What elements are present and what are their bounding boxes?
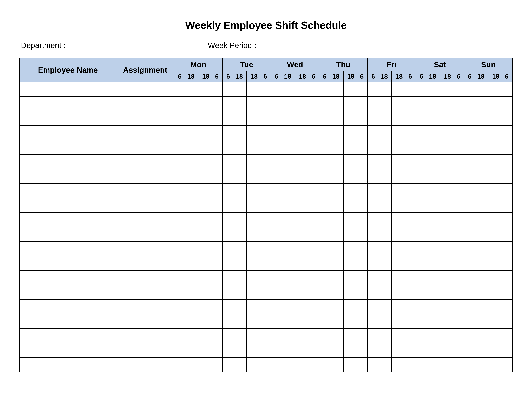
shift-cell[interactable] xyxy=(198,256,222,271)
shift-cell[interactable] xyxy=(440,343,464,357)
shift-cell[interactable] xyxy=(319,328,343,343)
shift-cell[interactable] xyxy=(271,242,295,256)
shift-cell[interactable] xyxy=(343,357,368,372)
shift-cell[interactable] xyxy=(198,227,222,242)
employee-cell[interactable] xyxy=(19,256,116,271)
shift-cell[interactable] xyxy=(174,357,199,372)
shift-cell[interactable] xyxy=(198,314,222,328)
shift-cell[interactable] xyxy=(198,328,222,343)
shift-cell[interactable] xyxy=(488,212,513,227)
shift-cell[interactable] xyxy=(271,271,295,285)
shift-cell[interactable] xyxy=(174,140,199,154)
shift-cell[interactable] xyxy=(247,82,271,96)
shift-cell[interactable] xyxy=(247,242,271,256)
shift-cell[interactable] xyxy=(222,154,247,169)
shift-cell[interactable] xyxy=(416,82,440,96)
assignment-cell[interactable] xyxy=(116,125,174,140)
shift-cell[interactable] xyxy=(368,256,392,271)
assignment-cell[interactable] xyxy=(116,285,174,299)
shift-cell[interactable] xyxy=(222,169,247,183)
shift-cell[interactable] xyxy=(464,82,488,96)
shift-cell[interactable] xyxy=(343,271,368,285)
shift-cell[interactable] xyxy=(174,343,199,357)
shift-cell[interactable] xyxy=(440,154,464,169)
shift-cell[interactable] xyxy=(198,343,222,357)
shift-cell[interactable] xyxy=(488,111,513,125)
shift-cell[interactable] xyxy=(464,111,488,125)
shift-cell[interactable] xyxy=(464,271,488,285)
shift-cell[interactable] xyxy=(247,256,271,271)
shift-cell[interactable] xyxy=(440,328,464,343)
shift-cell[interactable] xyxy=(295,111,319,125)
shift-cell[interactable] xyxy=(416,299,440,314)
shift-cell[interactable] xyxy=(319,82,343,96)
shift-cell[interactable] xyxy=(222,227,247,242)
shift-cell[interactable] xyxy=(343,227,368,242)
shift-cell[interactable] xyxy=(440,299,464,314)
shift-cell[interactable] xyxy=(247,357,271,372)
shift-cell[interactable] xyxy=(319,111,343,125)
shift-cell[interactable] xyxy=(392,169,416,183)
shift-cell[interactable] xyxy=(295,357,319,372)
shift-cell[interactable] xyxy=(440,242,464,256)
shift-cell[interactable] xyxy=(440,212,464,227)
shift-cell[interactable] xyxy=(416,154,440,169)
shift-cell[interactable] xyxy=(247,125,271,140)
employee-cell[interactable] xyxy=(19,314,116,328)
shift-cell[interactable] xyxy=(343,314,368,328)
shift-cell[interactable] xyxy=(271,111,295,125)
shift-cell[interactable] xyxy=(295,285,319,299)
shift-cell[interactable] xyxy=(319,285,343,299)
shift-cell[interactable] xyxy=(464,242,488,256)
shift-cell[interactable] xyxy=(198,271,222,285)
shift-cell[interactable] xyxy=(198,212,222,227)
shift-cell[interactable] xyxy=(343,154,368,169)
shift-cell[interactable] xyxy=(488,140,513,154)
shift-cell[interactable] xyxy=(319,242,343,256)
shift-cell[interactable] xyxy=(174,328,199,343)
shift-cell[interactable] xyxy=(392,285,416,299)
shift-cell[interactable] xyxy=(488,125,513,140)
shift-cell[interactable] xyxy=(416,357,440,372)
shift-cell[interactable] xyxy=(198,242,222,256)
shift-cell[interactable] xyxy=(416,227,440,242)
shift-cell[interactable] xyxy=(295,82,319,96)
shift-cell[interactable] xyxy=(368,285,392,299)
assignment-cell[interactable] xyxy=(116,343,174,357)
shift-cell[interactable] xyxy=(174,169,199,183)
shift-cell[interactable] xyxy=(488,169,513,183)
shift-cell[interactable] xyxy=(271,299,295,314)
shift-cell[interactable] xyxy=(368,111,392,125)
shift-cell[interactable] xyxy=(464,183,488,198)
shift-cell[interactable] xyxy=(464,198,488,212)
shift-cell[interactable] xyxy=(271,183,295,198)
shift-cell[interactable] xyxy=(295,256,319,271)
assignment-cell[interactable] xyxy=(116,357,174,372)
shift-cell[interactable] xyxy=(464,125,488,140)
shift-cell[interactable] xyxy=(464,314,488,328)
shift-cell[interactable] xyxy=(247,212,271,227)
shift-cell[interactable] xyxy=(440,169,464,183)
shift-cell[interactable] xyxy=(174,111,199,125)
employee-cell[interactable] xyxy=(19,125,116,140)
shift-cell[interactable] xyxy=(343,212,368,227)
shift-cell[interactable] xyxy=(488,183,513,198)
assignment-cell[interactable] xyxy=(116,256,174,271)
shift-cell[interactable] xyxy=(368,343,392,357)
employee-cell[interactable] xyxy=(19,82,116,96)
shift-cell[interactable] xyxy=(368,212,392,227)
shift-cell[interactable] xyxy=(392,271,416,285)
shift-cell[interactable] xyxy=(392,343,416,357)
shift-cell[interactable] xyxy=(368,299,392,314)
employee-cell[interactable] xyxy=(19,198,116,212)
shift-cell[interactable] xyxy=(343,242,368,256)
assignment-cell[interactable] xyxy=(116,183,174,198)
shift-cell[interactable] xyxy=(247,299,271,314)
shift-cell[interactable] xyxy=(174,227,199,242)
shift-cell[interactable] xyxy=(295,169,319,183)
shift-cell[interactable] xyxy=(368,314,392,328)
shift-cell[interactable] xyxy=(222,357,247,372)
shift-cell[interactable] xyxy=(222,125,247,140)
shift-cell[interactable] xyxy=(343,256,368,271)
shift-cell[interactable] xyxy=(271,328,295,343)
